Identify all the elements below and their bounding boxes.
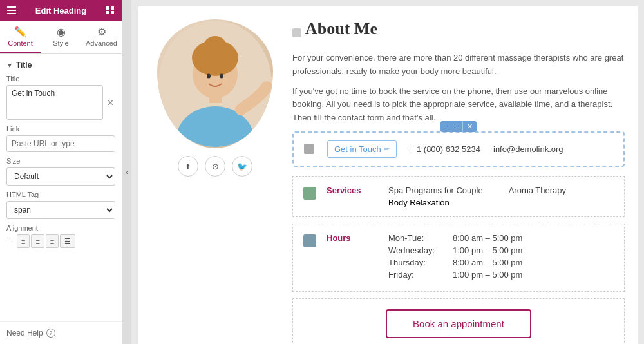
block-close-button[interactable]: ✕: [462, 121, 477, 132]
hamburger-icon[interactable]: [6, 5, 17, 15]
contact-title-field[interactable]: Get in Touch ✏: [327, 140, 397, 158]
svg-point-6: [204, 36, 227, 57]
hours-time-0: 8:00 am – 5:00 pm: [453, 233, 522, 243]
advanced-icon: ⚙: [97, 26, 106, 38]
twitter-icon: 🐦: [237, 162, 247, 171]
about-para2: If you've got no time to book the servic…: [292, 85, 625, 125]
hours-label: Hours: [327, 233, 365, 243]
block-move-button[interactable]: ⋮⋮: [440, 121, 462, 132]
services-label: Services: [327, 186, 365, 195]
tab-style[interactable]: ◉ Style: [41, 21, 81, 53]
panel-content: ▼ Title Title Get in Touch ✕ Link ⚙ ✕ Si…: [0, 54, 122, 321]
svg-point-8: [220, 74, 223, 79]
profile-avatar: [157, 19, 273, 148]
instagram-button[interactable]: ⊙: [205, 156, 225, 177]
hours-day-3: Friday:: [388, 270, 453, 280]
hours-time-3: 1:00 pm – 5:00 pm: [453, 270, 522, 280]
about-text-section: About Me For your convenience, there are…: [292, 19, 625, 344]
about-para1: For your convenience, there are more tha…: [292, 52, 625, 79]
topbar: Edit Heading: [0, 0, 122, 21]
social-icons: f ⊙ 🐦: [178, 156, 252, 177]
section-title-label: Title: [16, 61, 32, 70]
about-icon: [292, 28, 301, 37]
alignment-field-label: Alignment: [6, 224, 115, 232]
contact-phone: + 1 (800) 632 5234: [410, 144, 480, 154]
facebook-icon: f: [187, 162, 189, 171]
services-row1: Spa Programs for Couple Aroma Therapy: [388, 186, 614, 195]
service-item-1: Spa Programs for Couple: [388, 186, 483, 195]
hours-row-2: Thursday: 8:00 am – 5:00 pm: [388, 258, 614, 267]
contact-email: info@demolink.org: [493, 144, 564, 154]
panel-tabs: ✏️ Content ◉ Style ⚙ Advanced: [0, 21, 122, 54]
canvas: f ⊙ 🐦 About Me For your convenience, the…: [138, 6, 638, 344]
hours-row-0: Mon-Tue: 8:00 am – 5:00 pm: [388, 233, 614, 243]
about-title: About Me: [305, 19, 377, 39]
tab-style-label: Style: [53, 39, 68, 47]
hours-time-1: 1:00 pm – 5:00 pm: [453, 245, 522, 255]
tab-content-label: Content: [8, 39, 33, 47]
topbar-title: Edit Heading: [35, 6, 86, 15]
service-item-3: Body Relaxation: [388, 198, 450, 207]
help-icon[interactable]: ?: [46, 329, 55, 338]
link-row: ⚙ ✕: [6, 135, 115, 152]
hours-row-3: Friday: 1:00 pm – 5:00 pm: [388, 270, 614, 280]
style-icon: ◉: [57, 26, 66, 38]
title-clear-button[interactable]: ✕: [106, 97, 115, 109]
hours-icon: [303, 234, 316, 247]
align-justify-button[interactable]: ☰: [60, 234, 75, 248]
size-select[interactable]: DefaultSmallMediumLarge: [6, 167, 115, 186]
hours-day-2: Thursday:: [388, 258, 453, 267]
content-icon: ✏️: [14, 26, 27, 38]
alignment-dots-icon: ⋯: [6, 234, 13, 248]
section-arrow-icon: ▼: [6, 62, 13, 69]
edit-pencil-icon: ✏: [384, 145, 390, 153]
link-settings-button[interactable]: ⚙: [113, 137, 115, 151]
title-field-row: Get in Touch ✕: [6, 85, 115, 120]
hours-time-2: 8:00 am – 5:00 pm: [453, 258, 522, 267]
tab-advanced-label: Advanced: [86, 39, 117, 47]
contact-row: Get in Touch ✏ + 1 (800) 632 5234 info@d…: [304, 140, 613, 158]
facebook-button[interactable]: f: [178, 156, 198, 177]
services-icon: [303, 187, 316, 200]
block-toolbar: ⋮⋮ ✕: [440, 121, 477, 132]
contact-icon: [304, 144, 314, 154]
service-item-2: Aroma Therapy: [509, 186, 566, 195]
align-left-button[interactable]: ≡: [17, 234, 30, 248]
link-input[interactable]: [7, 136, 113, 151]
need-help-label: Need Help: [6, 329, 43, 338]
tab-content[interactable]: ✏️ Content: [0, 21, 41, 53]
html-tag-select[interactable]: spanh1h2h3h4h5h6pdiv: [6, 201, 115, 219]
grid-icon[interactable]: [105, 5, 115, 15]
instagram-icon: ⊙: [212, 162, 219, 171]
need-help-row: Need Help ?: [0, 321, 122, 344]
profile-image-wrap: f ⊙ 🐦: [151, 19, 279, 344]
book-section: Book an appointment: [292, 298, 625, 344]
hours-block: Hours Mon-Tue: 8:00 am – 5:00 pm Wednesd…: [292, 224, 625, 292]
panel-collapse-button[interactable]: ‹: [122, 0, 131, 344]
link-field-label: Link: [6, 125, 115, 133]
avatar-svg: [157, 19, 273, 148]
align-center-button[interactable]: ≡: [31, 234, 44, 248]
contact-title-text: Get in Touch: [334, 144, 381, 154]
right-panel: f ⊙ 🐦 About Me For your convenience, the…: [131, 0, 644, 344]
title-textarea[interactable]: Get in Touch: [6, 85, 103, 120]
title-field-label: Title: [6, 75, 115, 82]
align-right-button[interactable]: ≡: [46, 234, 59, 248]
hours-day-1: Wednesday:: [388, 245, 453, 255]
title-section-header[interactable]: ▼ Title: [6, 61, 115, 70]
size-field-label: Size: [6, 157, 115, 165]
link-actions: ⚙ ✕: [113, 137, 115, 151]
profile-section: f ⊙ 🐦 About Me For your convenience, the…: [151, 19, 625, 344]
hours-day-0: Mon-Tue:: [388, 233, 453, 243]
left-panel: Edit Heading ✏️ Content ◉ Style ⚙ Advanc…: [0, 0, 122, 344]
svg-point-7: [207, 74, 211, 79]
twitter-button[interactable]: 🐦: [232, 156, 252, 177]
services-block: Services Spa Programs for Couple Aroma T…: [292, 176, 625, 217]
hours-content: Mon-Tue: 8:00 am – 5:00 pm Wednesday: 1:…: [388, 233, 614, 282]
tab-advanced[interactable]: ⚙ Advanced: [81, 21, 122, 53]
alignment-row: ⋯ ≡ ≡ ≡ ☰: [6, 234, 115, 248]
hours-row-1: Wednesday: 1:00 pm – 5:00 pm: [388, 245, 614, 255]
contact-block: ⋮⋮ ✕ Get in Touch ✏ + 1 (800) 632 5234 i…: [292, 131, 625, 167]
services-content: Spa Programs for Couple Aroma Therapy Bo…: [388, 186, 614, 207]
book-appointment-button[interactable]: Book an appointment: [386, 309, 531, 338]
